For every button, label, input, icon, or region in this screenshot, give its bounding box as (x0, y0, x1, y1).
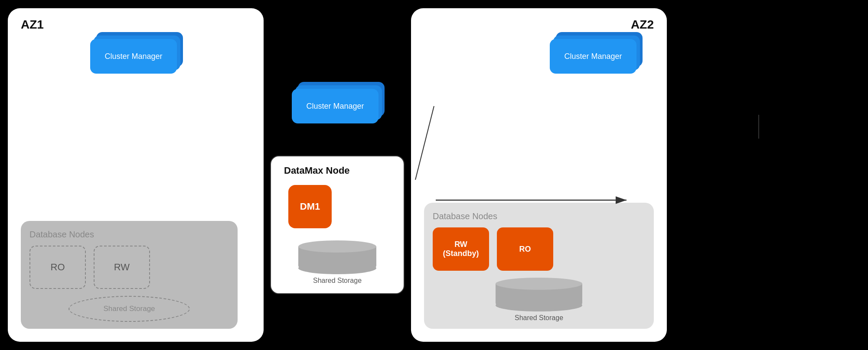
az1-shared-storage: Shared Storage (69, 296, 190, 322)
datamax-node-title: DataMax Node (284, 165, 350, 176)
az2-rw-standby-node: RW(Standby) (433, 227, 489, 271)
az1-panel: AZ1 Cluster Manager Database Nodes RO RW (8, 8, 264, 342)
az2-db-nodes-container: Database Nodes RW(Standby) RO Shared Sto… (424, 203, 654, 329)
az2-nodes-row: RW(Standby) RO (433, 227, 645, 271)
az1-cluster-stack: Cluster Manager (90, 32, 181, 80)
datamax-cluster-stack: Cluster Manager (292, 82, 383, 130)
az2-ro-label: RO (519, 245, 531, 254)
az2-cluster-area: Cluster Manager (550, 32, 641, 80)
az1-rw-node: RW (94, 246, 150, 289)
az2-ro-node: RO (497, 227, 553, 271)
az1-storage-label: Shared Storage (103, 305, 155, 313)
az2-cyl-top (496, 278, 582, 290)
datamax-section: Cluster Manager DataMax Node DM1 Shared … (264, 56, 411, 294)
az1-cluster-card-front: Cluster Manager (90, 39, 177, 74)
az1-nodes-row: RO RW (29, 246, 229, 289)
az2-cluster-card-front: Cluster Manager (550, 39, 636, 74)
az2-cluster-stack: Cluster Manager (550, 32, 641, 80)
az1-cluster-manager-stack: Cluster Manager (90, 32, 181, 80)
datamax-storage-cylinder: Shared Storage (298, 240, 376, 285)
az2-rw-standby-label: RW(Standby) (443, 240, 479, 258)
diagram-container: AZ1 Cluster Manager Database Nodes RO RW (0, 0, 868, 350)
az1-db-nodes-container: Database Nodes RO RW Shared Storage (21, 221, 238, 329)
datamax-node-box: DataMax Node DM1 Shared Storage (270, 156, 405, 294)
az2-storage-cylinder: Shared Storage (433, 278, 645, 322)
az1-label: AZ1 (21, 18, 44, 32)
az1-cluster-label: Cluster Manager (104, 52, 162, 61)
cyl-top (298, 240, 376, 253)
az1-db-nodes-label: Database Nodes (29, 230, 229, 240)
az2-cluster-label: Cluster Manager (564, 52, 622, 61)
dm-cluster-label: Cluster Manager (306, 102, 364, 111)
az2-panel: AZ2 Cluster Manager Database Nodes RW(St… (411, 8, 667, 342)
dm1-label: DM1 (300, 201, 320, 212)
dm1-box: DM1 (288, 185, 332, 228)
az1-ro-label: RO (51, 262, 65, 273)
datamax-storage-label: Shared Storage (313, 277, 362, 285)
az1-ro-node: RO (29, 246, 86, 289)
az2-label: AZ2 (631, 18, 654, 32)
az1-rw-label: RW (114, 262, 130, 273)
az2-db-nodes-label: Database Nodes (433, 211, 645, 221)
az2-storage-label: Shared Storage (515, 314, 563, 322)
datamax-cluster-area: Cluster Manager (292, 82, 383, 130)
dm-cluster-card-front: Cluster Manager (292, 89, 379, 123)
